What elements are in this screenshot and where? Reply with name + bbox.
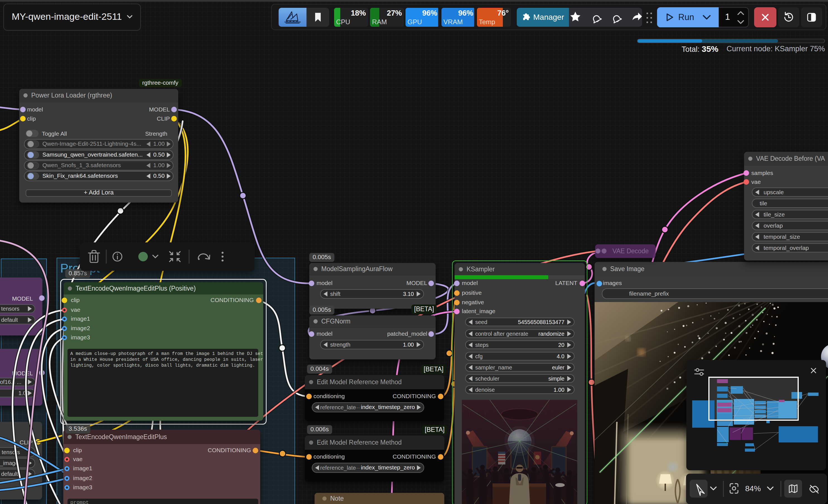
svg-text:84%: 84% <box>745 484 761 493</box>
